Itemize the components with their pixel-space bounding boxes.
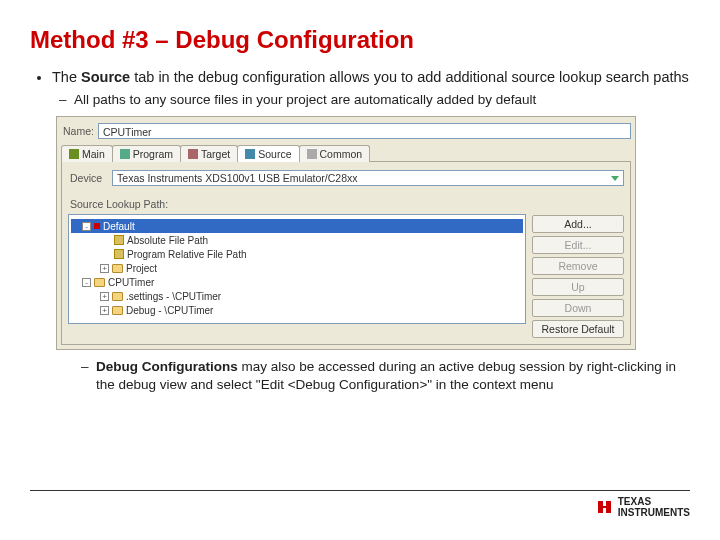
main-icon (69, 149, 79, 159)
tab-common[interactable]: Common (299, 145, 371, 162)
tree-item[interactable]: -CPUTimer (71, 275, 523, 289)
device-combo[interactable]: Texas Instruments XDS100v1 USB Emulator/… (112, 170, 624, 186)
remove-button[interactable]: Remove (532, 257, 624, 275)
bullet-1-sub-2: Debug Configurations may also be accesse… (96, 358, 690, 393)
tree-item[interactable]: -Default (71, 219, 523, 233)
tree-expand-icon[interactable]: + (100, 264, 109, 273)
tab-program[interactable]: Program (112, 145, 181, 162)
target-icon (188, 149, 198, 159)
source-lookup-tree[interactable]: -DefaultAbsolute File PathProgram Relati… (68, 214, 526, 324)
tree-item-label: Project (126, 263, 157, 274)
ti-logo: TEXAS INSTRUMENTS (596, 497, 690, 518)
source-lookup-label: Source Lookup Path: (70, 198, 522, 210)
tree-item-label: CPUTimer (108, 277, 154, 288)
name-input[interactable]: CPUTimer (98, 123, 631, 139)
debug-config-dialog: Name: CPUTimer Main Program Target Sourc… (56, 116, 636, 350)
tab-bar: Main Program Target Source Common (61, 145, 631, 162)
tab-main[interactable]: Main (61, 145, 113, 162)
tree-expand-icon[interactable]: + (100, 292, 109, 301)
tab-source[interactable]: Source (237, 145, 299, 162)
folder-icon (112, 264, 123, 273)
button-column: Add...Edit...RemoveUpDownRestore Default (532, 194, 624, 338)
tree-expand-icon[interactable]: + (100, 306, 109, 315)
folder-icon (112, 292, 123, 301)
device-label: Device (70, 172, 102, 184)
tab-target[interactable]: Target (180, 145, 238, 162)
ti-logo-icon (596, 499, 614, 517)
source-icon (245, 149, 255, 159)
tree-expand-icon[interactable]: - (82, 222, 91, 231)
svg-rect-4 (307, 149, 317, 159)
tree-item-label: Debug - \CPUTimer (126, 305, 213, 316)
common-icon (307, 149, 317, 159)
bullet-1-sub-1: All paths to any source files in your pr… (74, 91, 690, 109)
tree-item[interactable]: +Project (71, 261, 523, 275)
bullet-1: The Source tab in the debug configuratio… (52, 68, 690, 108)
svg-rect-3 (245, 149, 255, 159)
page-title: Method #3 – Debug Configuration (30, 26, 690, 54)
default-icon (94, 223, 100, 229)
name-label: Name: (63, 125, 94, 137)
program-icon (120, 149, 130, 159)
tree-item[interactable]: +.settings - \CPUTimer (71, 289, 523, 303)
add-button[interactable]: Add... (532, 215, 624, 233)
folder-icon (94, 278, 105, 287)
chevron-down-icon (611, 176, 619, 181)
tree-item-label: Absolute File Path (127, 235, 208, 246)
up-button[interactable]: Up (532, 278, 624, 296)
footer: TEXAS INSTRUMENTS (30, 490, 690, 530)
tree-item[interactable]: Absolute File Path (71, 233, 523, 247)
svg-rect-2 (188, 149, 198, 159)
down-button[interactable]: Down (532, 299, 624, 317)
tree-item-label: Program Relative File Path (127, 249, 247, 260)
source-tab-panel: Device Texas Instruments XDS100v1 USB Em… (61, 161, 631, 345)
edit-button[interactable]: Edit... (532, 236, 624, 254)
tree-item-label: Default (103, 221, 135, 232)
path-icon (114, 235, 124, 245)
svg-rect-0 (69, 149, 79, 159)
tree-item[interactable]: +Debug - \CPUTimer (71, 303, 523, 317)
svg-rect-1 (120, 149, 130, 159)
tree-item-label: .settings - \CPUTimer (126, 291, 221, 302)
restore-default-button[interactable]: Restore Default (532, 320, 624, 338)
folder-icon (112, 306, 123, 315)
tree-item[interactable]: Program Relative File Path (71, 247, 523, 261)
path-icon (114, 249, 124, 259)
tree-expand-icon[interactable]: - (82, 278, 91, 287)
